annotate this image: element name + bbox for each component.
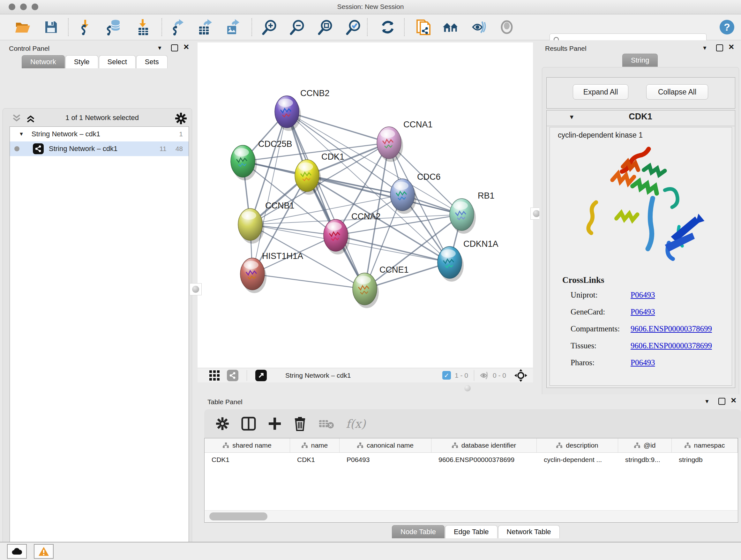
column-header-description[interactable]: description	[537, 438, 618, 452]
network-node-cdkn1a[interactable]: CDKN1A	[437, 239, 498, 282]
float-panel-icon[interactable]: ▼	[157, 45, 162, 51]
tab-network[interactable]: Network	[22, 55, 65, 68]
selected-counts: 1 - 0	[455, 372, 468, 379]
collapse-all-button[interactable]: Collapse All	[646, 84, 708, 100]
delete-column-trash-icon[interactable]	[293, 416, 307, 431]
tab-network-table[interactable]: Network Table	[498, 525, 560, 538]
column-header--id[interactable]: @id	[618, 438, 672, 452]
tab-edge-table[interactable]: Edge Table	[445, 525, 497, 538]
network-node-ccna1[interactable]: CCNA1	[377, 120, 433, 162]
warnings-button[interactable]	[34, 544, 54, 559]
crosslinks-list: Uniprot:P06493GeneCard:P06493Compartment…	[570, 291, 730, 375]
maximize-panel-icon[interactable]	[718, 398, 725, 405]
network-edge[interactable]	[307, 176, 402, 195]
table-cell[interactable]: stringdb:9...	[618, 453, 672, 467]
column-header-canonical-name[interactable]: canonical name	[340, 438, 431, 452]
fit-content-crosshair-icon[interactable]	[515, 369, 527, 382]
table-cell[interactable]: CDK1	[205, 453, 290, 467]
save-session-button[interactable]	[43, 19, 59, 36]
string-view-icon[interactable]	[227, 370, 239, 381]
network-node-ccne1[interactable]: CCNE1	[353, 265, 409, 308]
table-settings-gear-icon[interactable]	[216, 417, 229, 430]
table-cell[interactable]: cyclin-dependent ...	[537, 453, 618, 467]
clone-network-button[interactable]	[415, 19, 432, 36]
network-canvas[interactable]: CCNB2CCNA1CDC25BCDK1CDC6RB1CCNB1CCNA2CDK…	[198, 43, 533, 368]
tab-style[interactable]: Style	[65, 55, 98, 68]
open-session-button[interactable]	[15, 19, 31, 36]
network-collection-row[interactable]: ▼ String Network – cdk1 1	[10, 127, 189, 141]
table-cell[interactable]: stringdb	[672, 453, 738, 467]
expand-all-button[interactable]: Expand All	[573, 84, 628, 100]
network-edge[interactable]	[336, 235, 450, 262]
import-network-database-button[interactable]	[106, 19, 123, 36]
table-cell[interactable]: CDK1	[290, 453, 340, 467]
network-node-rb1[interactable]: RB1	[450, 191, 495, 234]
zoom-out-button[interactable]	[289, 19, 306, 36]
help-button[interactable]: ?	[719, 19, 735, 36]
column-header-namespac[interactable]: namespac	[672, 438, 738, 452]
node-count: 11	[159, 145, 166, 152]
export-image-button[interactable]	[225, 19, 241, 36]
crosslink-link[interactable]: P06493	[630, 307, 655, 316]
database-icon	[106, 19, 123, 36]
zoom-selected-button[interactable]	[345, 19, 362, 36]
gear-icon[interactable]	[175, 112, 187, 125]
zoom-fit-button[interactable]	[317, 19, 334, 36]
hide-selected-button[interactable]	[470, 19, 487, 36]
import-network-file-button[interactable]	[78, 19, 95, 36]
network-edge[interactable]	[287, 112, 389, 143]
network-status-dot	[14, 146, 19, 151]
open-in-window-icon[interactable]	[255, 370, 267, 381]
tab-node-table[interactable]: Node Table	[392, 525, 445, 538]
export-table-button[interactable]	[197, 19, 214, 36]
maximize-panel-icon[interactable]	[716, 44, 723, 51]
network-node-ccnb1[interactable]: CCNB1	[238, 201, 294, 244]
bottom-splitter-handle[interactable]	[464, 385, 471, 391]
grid-view-icon[interactable]	[209, 370, 220, 381]
hscrollbar-thumb[interactable]	[209, 512, 267, 520]
table-cell[interactable]: 9606.ENSP00000378699	[431, 453, 537, 467]
collapse-all-icon[interactable]	[12, 114, 23, 123]
network-row[interactable]: String Network – cdk1 11 48	[10, 141, 189, 156]
tab-string[interactable]: String	[622, 54, 658, 67]
crosslink-link[interactable]: 9606.ENSP00000378699	[630, 324, 712, 333]
column-header-shared-name[interactable]: shared name	[205, 438, 290, 452]
close-panel-icon[interactable]: ✕	[731, 396, 737, 405]
network-node-hist1h1a[interactable]: HIST1H1A	[240, 251, 303, 293]
table-cell[interactable]: P06493	[340, 453, 431, 467]
export-network-button[interactable]	[170, 19, 186, 36]
maximize-panel-icon[interactable]	[171, 44, 178, 51]
add-column-plus-icon[interactable]	[268, 417, 281, 430]
network-node-ccnb2[interactable]: CCNB2	[275, 88, 330, 131]
selected-checkbox[interactable]: ✓	[442, 371, 451, 380]
import-table-file-button[interactable]	[135, 19, 151, 36]
cloud-button[interactable]	[7, 544, 27, 559]
network-edge[interactable]	[253, 274, 365, 289]
node-label: CCNE1	[380, 265, 409, 274]
left-splitter-handle[interactable]	[190, 283, 202, 295]
crosslink-link[interactable]: 9606.ENSP00000378699	[630, 341, 712, 350]
crosslink-link[interactable]: P06493	[630, 358, 655, 367]
node-label: RB1	[478, 191, 495, 200]
close-panel-icon[interactable]: ✕	[183, 43, 189, 51]
column-header-name[interactable]: name	[290, 438, 340, 452]
column-header-database-identifier[interactable]: database identifier	[431, 438, 537, 452]
show-hidden-button[interactable]	[498, 19, 515, 36]
crosslinks-title: CrossLinks	[562, 275, 604, 285]
network-node-cdc25b[interactable]: CDC25B	[231, 139, 292, 180]
close-panel-icon[interactable]: ✕	[728, 43, 734, 51]
show-panels-button[interactable]	[442, 19, 459, 36]
crosslink-link[interactable]: P06493	[630, 291, 655, 300]
crosslink-label: Compartments:	[570, 324, 630, 333]
tree-expander-icon[interactable]: ▼	[19, 131, 24, 137]
table-row[interactable]: CDK1CDK1P064939606.ENSP00000378699cyclin…	[205, 453, 738, 467]
zoom-in-button[interactable]	[261, 19, 278, 36]
refresh-button[interactable]	[380, 19, 396, 36]
float-panel-icon[interactable]: ▼	[704, 398, 710, 405]
tab-select[interactable]: Select	[99, 55, 136, 68]
expand-all-icon[interactable]	[26, 114, 38, 123]
float-panel-icon[interactable]: ▼	[702, 45, 708, 51]
tab-sets[interactable]: Sets	[136, 55, 167, 68]
network-edge[interactable]	[287, 112, 365, 289]
show-columns-icon[interactable]	[241, 417, 256, 431]
